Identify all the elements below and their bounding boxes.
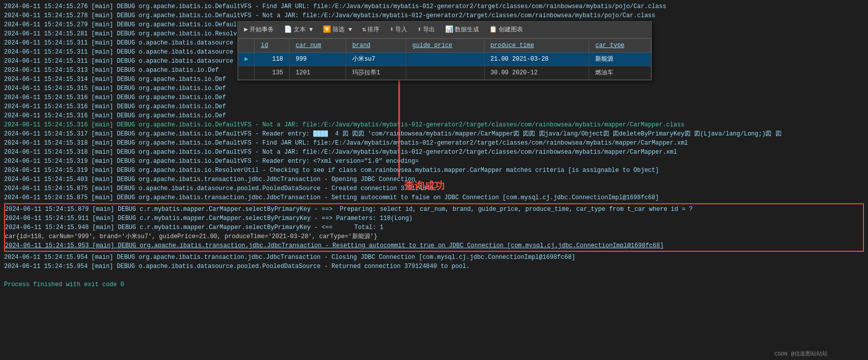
toolbar-label: 导出 <box>423 25 435 34</box>
log-line: 2024-06-11 15:24:15.318 [main] DEBUG org… <box>4 148 864 157</box>
filter-icon: 🔽 <box>323 25 331 35</box>
col-header-brand[interactable]: brand <box>346 38 406 52</box>
log-text: 2024-06-11 15:24:15.278 [main] DEBUG org… <box>4 12 655 19</box>
toolbar-label: 文本 ▼ <box>294 25 313 34</box>
toolbar-label: 筛选 ▼ <box>332 25 352 34</box>
toolbar-text[interactable]: 📄 文本 ▼ <box>282 24 315 36</box>
log-line: 2024-06-11 15:24:15.319 [main] DEBUG org… <box>4 166 864 175</box>
cell-car-type: 新能源 <box>589 52 651 66</box>
toolbar-filter[interactable]: 🔽 筛选 ▼ <box>321 24 354 36</box>
log-line: 2024-06-11 15:24:15.316 [main] DEBUG org… <box>4 120 864 129</box>
cell-brand: 小米su7 <box>346 52 406 66</box>
col-header-id[interactable]: id <box>255 38 290 52</box>
log-line: 2024-06-11 15:24:15.954 [main] DEBUG org… <box>4 253 864 262</box>
col-header-car-num[interactable]: car_num <box>290 38 346 52</box>
sort-icon: ⇅ <box>362 25 366 35</box>
toolbar-label: 数据生成 <box>455 25 479 34</box>
chart-icon: 📋 <box>489 25 497 35</box>
toolbar-label: 创建图表 <box>499 25 523 34</box>
console-area: 2024-06-11 15:24:15.276 [main] DEBUG org… <box>0 0 868 360</box>
log-line: 2024-06-11 15:24:15.954 [main] DEBUG o.a… <box>4 262 864 271</box>
log-line: 2024-06-11 15:24:15.875 [main] DEBUG org… <box>4 193 864 202</box>
red-box-section: 2024-06-11 15:24:15.879 [main] DEBUG c.r… <box>4 203 864 252</box>
toolbar-create-chart[interactable]: 📋 创建图表 <box>487 24 525 36</box>
cell-produce-time: 30.00 2020-12 <box>484 66 589 79</box>
toolbar-import[interactable]: ⬇ 导入 <box>388 24 409 36</box>
cell-car-num: 1201 <box>290 66 346 79</box>
toolbar-label: 排序 <box>367 25 379 34</box>
toolbar-export[interactable]: ⬆ 导出 <box>415 24 437 36</box>
process-finished-line: Process finished with exit code 0 <box>4 280 864 289</box>
row-indicator: ▶ <box>238 52 255 66</box>
col-header-produce-time[interactable]: produce_time <box>484 38 589 52</box>
toolbar-data-gen[interactable]: 📊 数据生成 <box>443 24 481 36</box>
toolbar-start-transaction[interactable]: ▶ 开始事务 <box>242 24 276 36</box>
col-header-car-type[interactable]: car_type <box>589 38 651 52</box>
log-text: 2024-06-11 15:24:15.276 [main] DEBUG org… <box>4 3 666 10</box>
cell-produce-time: 21.00 2021-03-28 <box>484 52 589 66</box>
log-line: 2024-06-11 15:24:15.911 [main] DEBUG c.r… <box>5 214 863 223</box>
play-icon: ▶ <box>244 25 248 35</box>
cell-id: 135 <box>255 66 290 79</box>
log-line: 2024-06-11 15:24:15.315 [main] DEBUG org… <box>4 84 864 93</box>
col-header-guide-price[interactable]: guide_price <box>406 38 485 52</box>
log-line: 2024-06-11 15:24:15.316 [main] DEBUG org… <box>4 111 864 120</box>
table-row[interactable]: 135 1201 玛莎拉蒂1 30.00 2020-12 燃油车 <box>238 66 651 79</box>
log-line: 2024-06-11 15:24:15.276 [main] DEBUG org… <box>4 2 864 11</box>
text-icon: 📄 <box>284 25 292 35</box>
col-header-indicator <box>238 38 255 52</box>
row-indicator <box>238 66 255 79</box>
cell-guide-price <box>406 66 485 79</box>
log-line: 2024-06-11 15:24:15.317 [main] DEBUG org… <box>4 129 864 139</box>
log-line: 2024-06-11 15:24:15.948 [main] DEBUG c.r… <box>5 223 863 232</box>
popup-toolbar: ▶ 开始事务 📄 文本 ▼ 🔽 筛选 ▼ ⇅ 排序 ⬇ 导入 ⬆ 导出 <box>238 22 651 38</box>
log-line: 2024-06-11 15:24:15.316 [main] DEBUG org… <box>4 102 864 111</box>
log-line: 2024-06-11 15:24:15.318 [main] DEBUG org… <box>4 139 864 148</box>
data-table: id car_num brand guide_price produce_tim… <box>238 38 651 80</box>
log-line: car{id=118, carNum='999', brand='小米su7',… <box>5 232 863 241</box>
log-line: 2024-06-11 15:24:15.879 [main] DEBUG c.r… <box>5 205 863 214</box>
cell-brand: 玛莎拉蒂1 <box>346 66 406 79</box>
toolbar-label: 导入 <box>395 25 407 34</box>
log-line: 2024-06-11 15:24:15.319 [main] DEBUG org… <box>4 157 864 166</box>
data-gen-icon: 📊 <box>445 25 453 35</box>
log-line: 2024-06-11 15:24:15.875 [main] DEBUG o.a… <box>4 184 864 193</box>
cell-guide-price <box>406 52 485 66</box>
log-line: 2024-06-11 15:24:15.278 [main] DEBUG org… <box>4 11 864 20</box>
cell-car-num: 999 <box>290 52 346 66</box>
cell-car-type: 燃油车 <box>589 66 651 79</box>
toolbar-sort[interactable]: ⇅ 排序 <box>360 24 382 36</box>
log-line: 2024-06-11 15:24:15.316 [main] DEBUG org… <box>4 93 864 102</box>
db-popup[interactable]: ▶ 开始事务 📄 文本 ▼ 🔽 筛选 ▼ ⇅ 排序 ⬇ 导入 ⬆ 导出 <box>237 21 652 80</box>
log-line: 2024-06-11 15:24:15.403 [main] DEBUG org… <box>4 175 864 184</box>
csdn-watermark: CSDN @信道图站站站 <box>774 350 828 358</box>
log-line: 2024-06-11 15:24:15.953 [main] DEBUG org… <box>5 241 863 250</box>
table-row[interactable]: ▶ 118 999 小米su7 21.00 2021-03-28 新能源 <box>238 52 651 66</box>
import-icon: ⬇ <box>390 25 394 35</box>
export-icon: ⬆ <box>417 25 421 35</box>
toolbar-label: 开始事务 <box>250 25 274 34</box>
cell-id: 118 <box>255 52 290 66</box>
